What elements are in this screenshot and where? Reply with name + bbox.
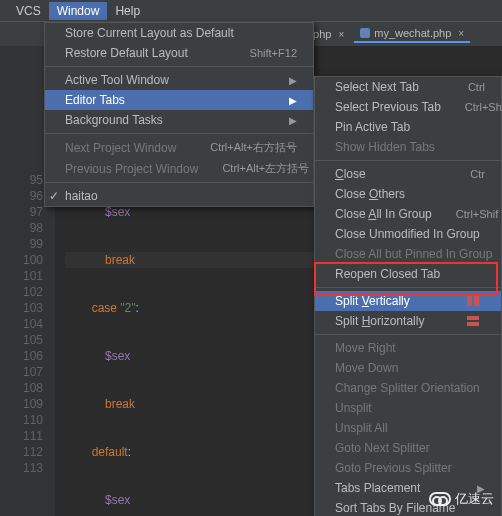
menu-select-prev-tab[interactable]: Select Previous TabCtrl+Shif <box>315 97 501 117</box>
chevron-right-icon: ▶ <box>289 75 297 86</box>
menu-bg-tasks[interactable]: Background Tasks▶ <box>45 110 313 130</box>
close-icon[interactable]: × <box>338 29 344 40</box>
check-icon: ✓ <box>49 189 59 203</box>
menu-unsplit-all: Unsplit All <box>315 418 501 438</box>
menu-window[interactable]: Window <box>49 2 108 20</box>
menu-next-project: Next Project WindowCtrl+Alt+右方括号 <box>45 137 313 158</box>
menu-unsplit: Unsplit <box>315 398 501 418</box>
split-horizontal-icon <box>467 316 479 326</box>
menu-close-pinned: Close All but Pinned In Group <box>315 244 501 264</box>
menu-close-all[interactable]: Close All In GroupCtrl+Shif <box>315 204 501 224</box>
editor-tabs-submenu: Select Next TabCtrl Select Previous TabC… <box>314 76 502 516</box>
menu-show-hidden: Show Hidden Tabs <box>315 137 501 157</box>
close-icon[interactable]: × <box>458 28 464 39</box>
menu-move-right: Move Right <box>315 338 501 358</box>
menu-vcs[interactable]: VCS <box>8 2 49 20</box>
menubar: VCS Window Help <box>0 0 502 22</box>
menu-editor-tabs[interactable]: Editor Tabs▶ <box>45 90 313 110</box>
menu-restore-layout[interactable]: Restore Default LayoutShift+F12 <box>45 43 313 63</box>
watermark: 亿速云 <box>429 490 494 508</box>
chevron-right-icon: ▶ <box>289 95 297 106</box>
menu-close[interactable]: CloseCtr <box>315 164 501 184</box>
menu-split-horizontally[interactable]: Split Horizontally <box>315 311 501 331</box>
chevron-right-icon: ▶ <box>289 115 297 126</box>
menu-close-unmodified[interactable]: Close Unmodified In Group <box>315 224 501 244</box>
menu-goto-prev-split: Goto Previous Splitter <box>315 458 501 478</box>
menu-goto-next-split: Goto Next Splitter <box>315 438 501 458</box>
menu-select-next-tab[interactable]: Select Next TabCtrl <box>315 77 501 97</box>
window-menu: Store Current Layout as Default Restore … <box>44 22 314 207</box>
menu-close-others[interactable]: Close Others <box>315 184 501 204</box>
menu-pin-tab[interactable]: Pin Active Tab <box>315 117 501 137</box>
menu-haitao[interactable]: ✓haitao <box>45 186 313 206</box>
watermark-logo-icon <box>429 492 451 506</box>
menu-help[interactable]: Help <box>107 2 148 20</box>
php-icon <box>360 28 370 38</box>
split-vertical-icon <box>467 296 479 306</box>
menu-move-down: Move Down <box>315 358 501 378</box>
tab-my-wechat[interactable]: my_wechat.php× <box>354 25 470 43</box>
menu-split-vertically[interactable]: Split Vertically <box>315 291 501 311</box>
menu-store-layout[interactable]: Store Current Layout as Default <box>45 23 313 43</box>
menu-prev-project: Previous Project WindowCtrl+Alt+左方括号 <box>45 158 313 179</box>
menu-active-tool[interactable]: Active Tool Window▶ <box>45 70 313 90</box>
menu-change-splitter: Change Splitter Orientation <box>315 378 501 398</box>
menu-reopen-closed[interactable]: Reopen Closed Tab <box>315 264 501 284</box>
